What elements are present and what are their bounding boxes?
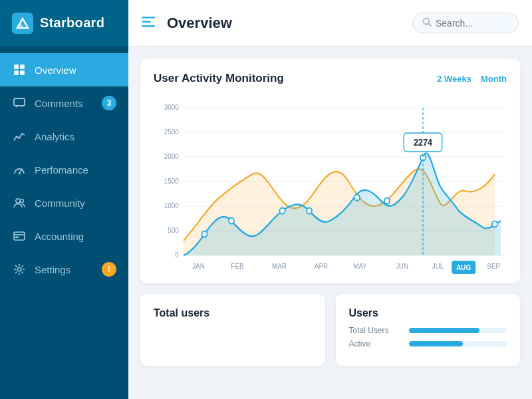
chart-svg-container: 3000 2500 2000 1500 1000 500 0 <box>154 94 507 277</box>
chart-header: User Activity Monitoring 2 Weeks Month <box>154 72 507 85</box>
svg-rect-9 <box>14 70 19 75</box>
svg-rect-3 <box>142 21 151 23</box>
stat-row-active: Active <box>349 339 507 348</box>
topbar: Starboard Overview <box>0 0 532 47</box>
sidebar-item-overview[interactable]: Overview <box>0 53 128 86</box>
chart-tab-2weeks[interactable]: 2 Weeks <box>437 74 471 84</box>
stat-row-total: Total Users <box>349 326 507 335</box>
app-name: Starboard <box>40 15 104 31</box>
svg-point-14 <box>16 199 20 203</box>
sidebar-item-community[interactable]: Community <box>0 186 128 219</box>
sidebar-item-performance[interactable]: Perfomance <box>0 153 128 186</box>
page-title: Overview <box>167 15 232 32</box>
grid-icon <box>12 63 27 77</box>
svg-rect-8 <box>20 65 25 69</box>
total-users-card: Total users <box>140 294 325 366</box>
sidebar-label-overview: Overview <box>35 65 76 76</box>
stat-bar-track-total <box>409 328 507 333</box>
chart-tab-month[interactable]: Month <box>481 74 507 84</box>
svg-text:1500: 1500 <box>164 178 179 186</box>
settings-badge: ! <box>102 262 116 277</box>
svg-rect-7 <box>14 65 19 69</box>
sidebar: Overview Comments 3 Analytics <box>0 47 128 399</box>
svg-text:AUG: AUG <box>456 264 471 272</box>
svg-point-34 <box>201 231 207 237</box>
sidebar-item-analytics[interactable]: Analytics <box>0 120 128 153</box>
content-area: User Activity Monitoring 2 Weeks Month <box>128 47 532 399</box>
svg-rect-4 <box>142 25 155 27</box>
svg-text:2000: 2000 <box>164 153 179 161</box>
gauge-icon <box>12 162 27 177</box>
svg-rect-11 <box>14 98 25 106</box>
svg-text:FEB: FEB <box>231 263 243 271</box>
svg-point-15 <box>21 200 24 203</box>
main-layout: Overview Comments 3 Analytics <box>0 47 532 399</box>
svg-point-39 <box>384 198 390 204</box>
sidebar-label-accounting: Accounting <box>35 231 84 242</box>
bottom-row: Total users Users Total Users Active <box>140 294 520 366</box>
svg-text:JAN: JAN <box>192 263 205 271</box>
users-stats-title: Users <box>349 307 507 319</box>
svg-text:MAY: MAY <box>353 263 367 271</box>
svg-rect-18 <box>15 237 19 239</box>
svg-text:JUN: JUN <box>396 263 408 271</box>
sidebar-label-settings: Settings <box>35 264 70 275</box>
sidebar-label-performance: Perfomance <box>35 164 88 176</box>
stat-label-total: Total Users <box>349 326 402 335</box>
svg-rect-16 <box>14 232 25 240</box>
svg-text:SEP: SEP <box>487 263 500 271</box>
stat-bar-fill-total <box>409 328 479 333</box>
credit-card-icon <box>12 229 27 243</box>
stat-bar-fill-active <box>409 341 463 346</box>
chart-tabs: 2 Weeks Month <box>437 74 507 84</box>
comments-badge: 3 <box>102 96 116 110</box>
total-users-title: Total users <box>154 307 312 319</box>
svg-text:500: 500 <box>168 227 179 235</box>
svg-line-6 <box>429 24 432 27</box>
stat-bar-track-active <box>409 341 507 346</box>
users-icon <box>12 196 27 210</box>
svg-point-35 <box>229 218 234 224</box>
svg-text:3000: 3000 <box>164 104 179 112</box>
svg-text:JUL: JUL <box>432 263 444 271</box>
topbar-left: Overview <box>128 15 399 32</box>
gear-icon <box>12 262 27 277</box>
svg-rect-10 <box>20 70 25 75</box>
svg-point-19 <box>17 267 21 271</box>
sidebar-item-comments[interactable]: Comments 3 <box>0 86 128 120</box>
activity-chart: 3000 2500 2000 1500 1000 500 0 <box>154 94 507 274</box>
svg-point-41 <box>492 221 497 227</box>
search-box[interactable] <box>412 13 519 33</box>
svg-text:2500: 2500 <box>164 128 179 136</box>
logo-area: Starboard <box>0 0 128 47</box>
svg-text:MAR: MAR <box>272 263 287 271</box>
svg-point-37 <box>307 208 312 214</box>
svg-text:0: 0 <box>175 251 179 259</box>
svg-text:1000: 1000 <box>164 202 179 210</box>
svg-point-36 <box>279 208 285 214</box>
comment-icon <box>12 96 27 110</box>
stat-label-active: Active <box>349 339 402 348</box>
menu-icon[interactable] <box>142 15 155 31</box>
search-input[interactable] <box>436 18 509 29</box>
svg-point-13 <box>19 173 21 175</box>
svg-point-38 <box>354 195 360 201</box>
svg-text:APR: APR <box>315 263 329 271</box>
chart-line-icon <box>12 129 27 144</box>
svg-rect-2 <box>142 17 155 19</box>
search-icon <box>422 17 432 29</box>
sidebar-label-community: Community <box>35 198 85 209</box>
chart-title: User Activity Monitoring <box>154 72 284 85</box>
sidebar-item-accounting[interactable]: Accounting <box>0 219 128 253</box>
chart-card: User Activity Monitoring 2 Weeks Month <box>140 59 520 283</box>
topbar-right <box>399 13 532 33</box>
sidebar-label-comments: Comments <box>35 98 83 109</box>
logo-icon <box>12 13 33 34</box>
sidebar-label-analytics: Analytics <box>35 131 74 142</box>
users-stats-card: Users Total Users Active <box>336 294 521 366</box>
svg-text:2274: 2274 <box>414 137 433 148</box>
sidebar-item-settings[interactable]: Settings ! <box>0 253 128 286</box>
